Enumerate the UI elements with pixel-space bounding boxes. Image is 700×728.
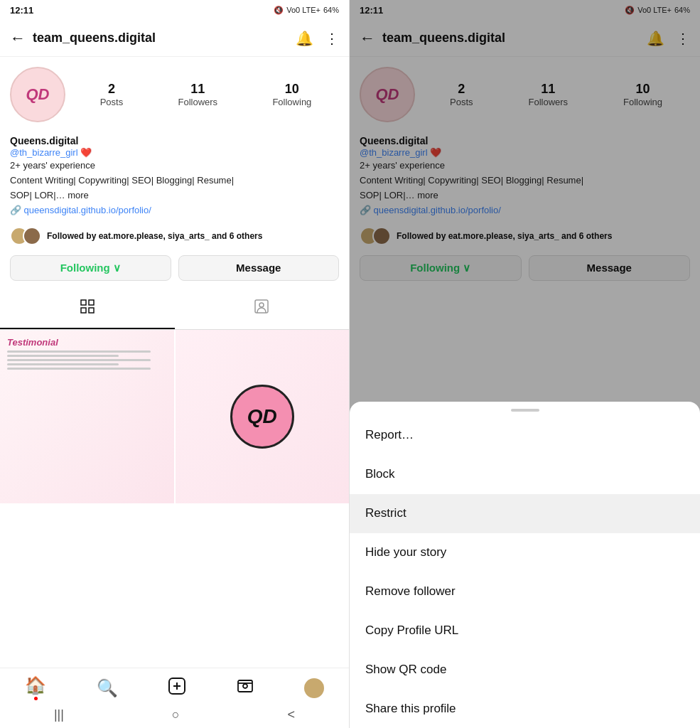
post-cell-2[interactable]: QD	[176, 330, 350, 504]
post-tabs-left	[0, 289, 349, 330]
android-home-left[interactable]: ○	[172, 707, 180, 722]
sheet-item-hide-story[interactable]: Hide your story	[350, 533, 700, 572]
svg-rect-1	[89, 300, 94, 305]
bio-handle-left[interactable]: @th_bizarre_girl ❤️	[10, 147, 339, 158]
profile-avatar-nav-left	[304, 678, 324, 698]
nav-reels-left[interactable]	[237, 678, 254, 699]
followed-prefix: Followed by	[47, 231, 99, 241]
left-panel: 12:11 🔇 Vo0 LTE+ 64% ← team_queens.digit…	[0, 0, 350, 728]
home-icon-left: 🏠	[25, 675, 46, 695]
action-buttons-left: Following ∨ Message	[0, 250, 349, 289]
message-button-left[interactable]: Message	[178, 255, 340, 281]
svg-point-5	[259, 303, 264, 307]
reels-icon-left	[237, 678, 254, 699]
home-dot-left	[34, 697, 38, 700]
followers-count-left: 11	[190, 82, 205, 97]
back-button-left[interactable]: ←	[10, 29, 26, 48]
following-stat-left[interactable]: 10 Following	[272, 82, 311, 107]
bio-line2-left: Content Writing| Copywriting| SEO| Blogg…	[10, 174, 339, 187]
bio-section-left: Queens.digital @th_bizarre_girl ❤️ 2+ ye…	[0, 128, 349, 223]
svg-rect-2	[81, 308, 86, 313]
followed-by-left: Followed by eat.more.please, siya_arts_ …	[0, 223, 349, 250]
bottom-nav-left: 🏠 🔍	[0, 668, 349, 703]
following-label-left: Following	[272, 97, 311, 107]
right-panel: 12:11 🔇 Vo0 LTE+ 64% ← team_queens.digit…	[350, 0, 700, 728]
followed-text-left: Followed by eat.more.please, siya_arts_ …	[47, 231, 262, 241]
status-icons-left: 🔇 Vo0 LTE+ 64%	[274, 6, 339, 15]
status-bar-left: 12:11 🔇 Vo0 LTE+ 64%	[0, 0, 349, 20]
android-menu-left[interactable]: |||	[54, 707, 64, 722]
tab-tag-left[interactable]	[175, 289, 350, 329]
bio-line3-left: SOP| LOR|… more	[10, 189, 339, 202]
following-count-left: 10	[285, 82, 299, 97]
sheet-item-share-profile[interactable]: Share this profile	[350, 690, 700, 728]
sheet-item-remove-follower[interactable]: Remove follower	[350, 572, 700, 611]
bottom-sheet: Report… Block Restrict Hide your story R…	[350, 402, 700, 728]
following-button-left[interactable]: Following ∨	[10, 255, 171, 281]
followers-stat-left[interactable]: 11 Followers	[178, 82, 217, 107]
nav-profile-left[interactable]	[304, 678, 324, 698]
page-title-left: team_queens.digital	[33, 31, 296, 46]
bell-icon-left[interactable]: 🔔	[296, 30, 313, 47]
followed-names: eat.more.please, siya_arts_	[99, 231, 210, 241]
nav-icons-left: 🔔 ⋮	[296, 30, 339, 47]
follower-avatar-2	[23, 227, 41, 245]
profile-section-left: QD 2 Posts 11 Followers 10 Following	[0, 57, 349, 128]
profile-stats-row-left: QD 2 Posts 11 Followers 10 Following	[10, 67, 339, 122]
tab-grid-left[interactable]	[0, 289, 175, 329]
sheet-item-qr-code[interactable]: Show QR code	[350, 651, 700, 690]
posts-stat-left[interactable]: 2 Posts	[100, 82, 124, 107]
tag-icon-left	[253, 298, 270, 321]
followed-suffix: and 6 others	[210, 231, 263, 241]
sheet-item-restrict[interactable]: Restrict	[350, 494, 700, 533]
avatar-left[interactable]: QD	[10, 67, 65, 122]
more-icon-left[interactable]: ⋮	[325, 30, 339, 47]
sheet-item-block[interactable]: Block	[350, 455, 700, 494]
signal-icon-left: 🔇	[274, 6, 284, 15]
add-icon-left	[168, 677, 186, 700]
nav-add-left[interactable]	[168, 677, 186, 700]
post-cell-1[interactable]: Testimonial	[0, 330, 174, 504]
search-icon-left: 🔍	[97, 678, 118, 698]
bio-link-left[interactable]: 🔗 queensdigital.github.io/porfolio/	[10, 205, 339, 215]
followed-avatars-left	[10, 227, 41, 245]
nav-bar-left: ← team_queens.digital 🔔 ⋮	[0, 20, 349, 57]
stats-container-left: 2 Posts 11 Followers 10 Following	[72, 82, 339, 107]
grid-icon-left	[79, 298, 96, 319]
followers-label-left: Followers	[178, 97, 217, 107]
sheet-item-copy-url[interactable]: Copy Profile URL	[350, 611, 700, 651]
sheet-item-report[interactable]: Report…	[350, 416, 700, 455]
svg-rect-3	[89, 308, 94, 313]
bio-name-left: Queens.digital	[10, 135, 339, 146]
avatar-text-left: QD	[26, 85, 50, 104]
nav-search-left[interactable]: 🔍	[97, 678, 118, 698]
qd-logo-post: QD	[230, 385, 294, 449]
svg-rect-9	[238, 680, 252, 692]
battery-left: 64%	[323, 6, 339, 14]
nav-home-left[interactable]: 🏠	[25, 675, 46, 700]
android-back-left[interactable]: <	[288, 707, 296, 722]
network-left: Vo0 LTE+	[286, 6, 321, 14]
svg-point-10	[243, 684, 247, 688]
time-left: 12:11	[10, 5, 33, 16]
testimonial-card: Testimonial	[0, 330, 174, 504]
posts-count-left: 2	[108, 82, 115, 97]
sheet-handle	[511, 409, 539, 412]
android-nav-left: ||| ○ <	[0, 703, 349, 728]
post-grid-left: Testimonial QD	[0, 330, 349, 668]
bio-line1-left: 2+ years' experience	[10, 159, 339, 172]
posts-label-left: Posts	[100, 97, 124, 107]
svg-rect-0	[81, 300, 86, 305]
